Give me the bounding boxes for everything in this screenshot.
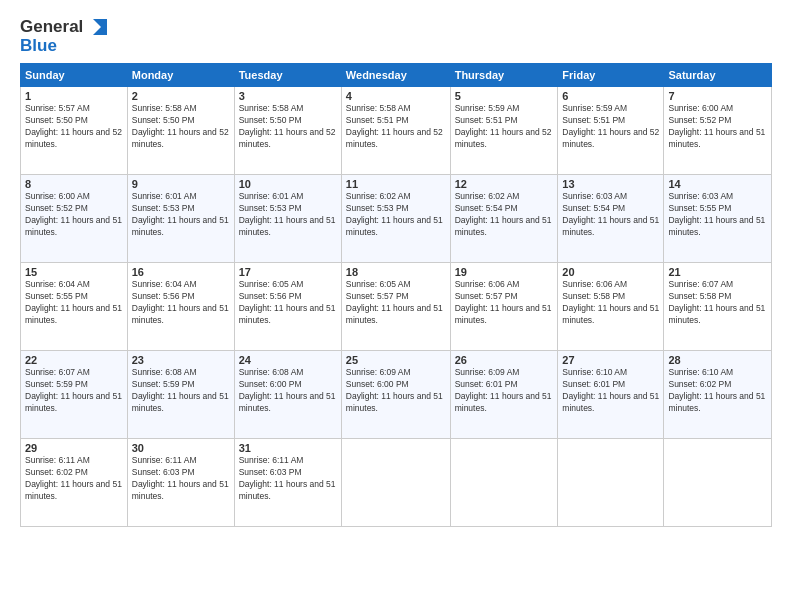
sunset-label: Sunset: 6:01 PM (562, 379, 625, 389)
sunset-label: Sunset: 5:56 PM (132, 291, 195, 301)
daylight-label: Daylight: 11 hours and 51 minutes. (455, 303, 552, 325)
calendar-cell: 21 Sunrise: 6:07 AM Sunset: 5:58 PM Dayl… (664, 263, 772, 351)
sunrise-label: Sunrise: 6:05 AM (346, 279, 411, 289)
sunrise-label: Sunrise: 6:03 AM (562, 191, 627, 201)
daylight-label: Daylight: 11 hours and 52 minutes. (25, 127, 122, 149)
day-info: Sunrise: 6:01 AM Sunset: 5:53 PM Dayligh… (239, 191, 337, 239)
calendar-cell: 20 Sunrise: 6:06 AM Sunset: 5:58 PM Dayl… (558, 263, 664, 351)
sunrise-label: Sunrise: 6:04 AM (132, 279, 197, 289)
calendar-cell: 25 Sunrise: 6:09 AM Sunset: 6:00 PM Dayl… (341, 351, 450, 439)
calendar-cell: 14 Sunrise: 6:03 AM Sunset: 5:55 PM Dayl… (664, 175, 772, 263)
sunrise-label: Sunrise: 6:01 AM (239, 191, 304, 201)
day-number: 18 (346, 266, 446, 278)
calendar-cell: 2 Sunrise: 5:58 AM Sunset: 5:50 PM Dayli… (127, 87, 234, 175)
calendar-cell: 4 Sunrise: 5:58 AM Sunset: 5:51 PM Dayli… (341, 87, 450, 175)
sunset-label: Sunset: 5:53 PM (239, 203, 302, 213)
daylight-label: Daylight: 11 hours and 51 minutes. (346, 303, 443, 325)
day-info: Sunrise: 6:11 AM Sunset: 6:03 PM Dayligh… (132, 455, 230, 503)
daylight-label: Daylight: 11 hours and 51 minutes. (668, 303, 765, 325)
day-number: 19 (455, 266, 554, 278)
day-number: 13 (562, 178, 659, 190)
day-number: 6 (562, 90, 659, 102)
daylight-label: Daylight: 11 hours and 52 minutes. (239, 127, 336, 149)
calendar-cell: 27 Sunrise: 6:10 AM Sunset: 6:01 PM Dayl… (558, 351, 664, 439)
sunrise-label: Sunrise: 6:08 AM (239, 367, 304, 377)
daylight-label: Daylight: 11 hours and 51 minutes. (455, 215, 552, 237)
day-number: 4 (346, 90, 446, 102)
daylight-label: Daylight: 11 hours and 51 minutes. (132, 215, 229, 237)
page: General Blue SundayMondayTuesdayWednesda… (0, 0, 792, 612)
calendar-cell: 30 Sunrise: 6:11 AM Sunset: 6:03 PM Dayl… (127, 439, 234, 527)
sunset-label: Sunset: 5:55 PM (668, 203, 731, 213)
day-number: 22 (25, 354, 123, 366)
logo-chevron-icon (85, 18, 107, 36)
day-info: Sunrise: 6:08 AM Sunset: 5:59 PM Dayligh… (132, 367, 230, 415)
calendar-header-row: SundayMondayTuesdayWednesdayThursdayFrid… (21, 64, 772, 87)
sunset-label: Sunset: 5:56 PM (239, 291, 302, 301)
calendar-header-friday: Friday (558, 64, 664, 87)
sunset-label: Sunset: 6:00 PM (239, 379, 302, 389)
calendar-header-thursday: Thursday (450, 64, 558, 87)
day-number: 20 (562, 266, 659, 278)
sunset-label: Sunset: 5:51 PM (346, 115, 409, 125)
day-number: 26 (455, 354, 554, 366)
day-number: 12 (455, 178, 554, 190)
day-info: Sunrise: 6:04 AM Sunset: 5:55 PM Dayligh… (25, 279, 123, 327)
sunrise-label: Sunrise: 5:58 AM (239, 103, 304, 113)
sunrise-label: Sunrise: 6:10 AM (668, 367, 733, 377)
calendar-header-tuesday: Tuesday (234, 64, 341, 87)
day-number: 11 (346, 178, 446, 190)
sunset-label: Sunset: 5:52 PM (668, 115, 731, 125)
calendar-week-row: 1 Sunrise: 5:57 AM Sunset: 5:50 PM Dayli… (21, 87, 772, 175)
sunrise-label: Sunrise: 6:09 AM (455, 367, 520, 377)
sunrise-label: Sunrise: 6:11 AM (25, 455, 90, 465)
sunrise-label: Sunrise: 6:03 AM (668, 191, 733, 201)
daylight-label: Daylight: 11 hours and 51 minutes. (562, 391, 659, 413)
daylight-label: Daylight: 11 hours and 51 minutes. (346, 391, 443, 413)
sunset-label: Sunset: 5:50 PM (25, 115, 88, 125)
calendar-cell: 18 Sunrise: 6:05 AM Sunset: 5:57 PM Dayl… (341, 263, 450, 351)
sunset-label: Sunset: 5:55 PM (25, 291, 88, 301)
day-number: 28 (668, 354, 767, 366)
sunrise-label: Sunrise: 6:02 AM (455, 191, 520, 201)
sunrise-label: Sunrise: 6:00 AM (668, 103, 733, 113)
calendar-cell: 6 Sunrise: 5:59 AM Sunset: 5:51 PM Dayli… (558, 87, 664, 175)
day-number: 24 (239, 354, 337, 366)
logo-blue: Blue (20, 37, 57, 56)
sunset-label: Sunset: 6:03 PM (132, 467, 195, 477)
calendar-cell: 24 Sunrise: 6:08 AM Sunset: 6:00 PM Dayl… (234, 351, 341, 439)
daylight-label: Daylight: 11 hours and 51 minutes. (25, 215, 122, 237)
day-info: Sunrise: 5:58 AM Sunset: 5:51 PM Dayligh… (346, 103, 446, 151)
sunrise-label: Sunrise: 6:08 AM (132, 367, 197, 377)
calendar-week-row: 29 Sunrise: 6:11 AM Sunset: 6:02 PM Dayl… (21, 439, 772, 527)
day-number: 10 (239, 178, 337, 190)
day-info: Sunrise: 6:05 AM Sunset: 5:57 PM Dayligh… (346, 279, 446, 327)
day-info: Sunrise: 6:09 AM Sunset: 6:01 PM Dayligh… (455, 367, 554, 415)
calendar-cell: 7 Sunrise: 6:00 AM Sunset: 5:52 PM Dayli… (664, 87, 772, 175)
day-info: Sunrise: 6:02 AM Sunset: 5:53 PM Dayligh… (346, 191, 446, 239)
sunrise-label: Sunrise: 6:06 AM (455, 279, 520, 289)
day-info: Sunrise: 6:09 AM Sunset: 6:00 PM Dayligh… (346, 367, 446, 415)
daylight-label: Daylight: 11 hours and 51 minutes. (132, 303, 229, 325)
calendar-cell: 3 Sunrise: 5:58 AM Sunset: 5:50 PM Dayli… (234, 87, 341, 175)
sunset-label: Sunset: 5:53 PM (132, 203, 195, 213)
sunset-label: Sunset: 5:57 PM (346, 291, 409, 301)
calendar-cell (450, 439, 558, 527)
sunrise-label: Sunrise: 6:10 AM (562, 367, 627, 377)
sunrise-label: Sunrise: 6:07 AM (668, 279, 733, 289)
calendar-cell: 9 Sunrise: 6:01 AM Sunset: 5:53 PM Dayli… (127, 175, 234, 263)
calendar-cell: 16 Sunrise: 6:04 AM Sunset: 5:56 PM Dayl… (127, 263, 234, 351)
sunrise-label: Sunrise: 6:02 AM (346, 191, 411, 201)
day-number: 29 (25, 442, 123, 454)
day-info: Sunrise: 5:58 AM Sunset: 5:50 PM Dayligh… (132, 103, 230, 151)
calendar-week-row: 22 Sunrise: 6:07 AM Sunset: 5:59 PM Dayl… (21, 351, 772, 439)
calendar-cell (664, 439, 772, 527)
day-info: Sunrise: 6:11 AM Sunset: 6:02 PM Dayligh… (25, 455, 123, 503)
day-number: 16 (132, 266, 230, 278)
sunrise-label: Sunrise: 6:00 AM (25, 191, 90, 201)
svg-marker-0 (93, 19, 107, 35)
sunrise-label: Sunrise: 6:07 AM (25, 367, 90, 377)
daylight-label: Daylight: 11 hours and 51 minutes. (239, 479, 336, 501)
calendar-cell: 11 Sunrise: 6:02 AM Sunset: 5:53 PM Dayl… (341, 175, 450, 263)
day-number: 5 (455, 90, 554, 102)
